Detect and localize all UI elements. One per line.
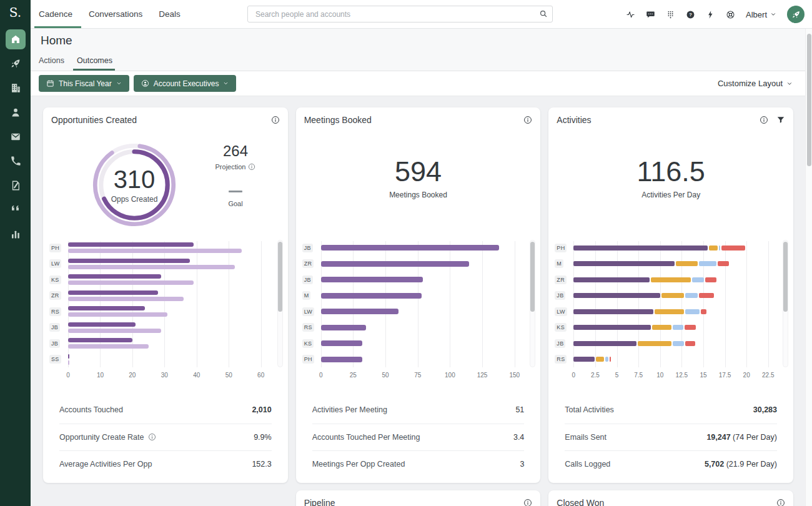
axis-tick-label: 60 bbox=[257, 372, 264, 379]
info-icon[interactable] bbox=[248, 163, 255, 171]
stat-row: Average Activities Per Opp152.3 bbox=[59, 450, 272, 478]
sidebar-item-email[interactable] bbox=[6, 127, 26, 147]
bar-segment bbox=[661, 293, 684, 298]
nav-item-deals[interactable]: Deals bbox=[159, 0, 181, 28]
bar-segment bbox=[573, 246, 708, 251]
axis-tick-label: 10 bbox=[97, 372, 104, 379]
chat-icon[interactable] bbox=[646, 10, 655, 19]
sidebar-item-conversations[interactable] bbox=[6, 200, 26, 220]
bar bbox=[68, 338, 132, 342]
chart-scrollbar[interactable] bbox=[783, 240, 788, 367]
search-input[interactable] bbox=[247, 6, 553, 22]
sidebar-item-accounts[interactable] bbox=[6, 78, 26, 98]
chart-row bbox=[321, 352, 525, 368]
category-label: RS bbox=[555, 355, 567, 364]
bar bbox=[68, 312, 167, 317]
lightning-icon[interactable] bbox=[706, 10, 715, 19]
chart-scrollbar-thumb[interactable] bbox=[278, 242, 282, 312]
sidebar-item-cadences[interactable] bbox=[6, 54, 26, 74]
pipeline-card: Pipeline bbox=[296, 490, 541, 506]
card-stats: Total Activities30,283Emails Sent19,247 … bbox=[565, 396, 777, 478]
chart-scrollbar-thumb[interactable] bbox=[530, 242, 535, 312]
page-title: Home bbox=[41, 34, 72, 47]
chart-scrollbar[interactable] bbox=[530, 240, 535, 367]
category-label: KS bbox=[302, 339, 314, 348]
chart-scrollbar-thumb[interactable] bbox=[783, 242, 788, 312]
bar-segment bbox=[596, 357, 605, 362]
tab-actions[interactable]: Actions bbox=[39, 56, 64, 71]
topbar: Cadence Conversations Deals ? Albert bbox=[31, 0, 812, 29]
projection-value: 264 bbox=[193, 142, 278, 160]
axis-tick-label: 75 bbox=[414, 372, 421, 379]
top-nav: Cadence Conversations Deals bbox=[31, 0, 181, 28]
customize-layout-button[interactable]: Customize Layout bbox=[718, 79, 793, 88]
avatar[interactable] bbox=[787, 6, 805, 23]
dialpad-icon[interactable] bbox=[666, 10, 675, 19]
team-filter-button[interactable]: Account Executives bbox=[134, 75, 237, 92]
info-icon[interactable] bbox=[148, 433, 156, 441]
filter-funnel-icon[interactable] bbox=[776, 116, 785, 124]
info-icon[interactable] bbox=[776, 499, 785, 506]
chart-row bbox=[68, 288, 272, 304]
bar-chart-icon bbox=[10, 229, 21, 240]
help-icon[interactable]: ? bbox=[686, 10, 695, 19]
sidebar-item-calls[interactable] bbox=[6, 151, 26, 171]
nav-item-conversations[interactable]: Conversations bbox=[89, 0, 142, 28]
category-label: JB bbox=[49, 323, 60, 332]
category-label: KS bbox=[49, 275, 61, 284]
chart-row bbox=[321, 320, 525, 336]
chart-scrollbar[interactable] bbox=[277, 240, 283, 367]
chart-row bbox=[573, 256, 778, 272]
chart-row bbox=[573, 240, 778, 256]
kpi-value: 116.5 bbox=[548, 157, 793, 186]
stat-value: 5,702 (21.9 Per Day) bbox=[705, 460, 777, 469]
info-icon[interactable] bbox=[760, 116, 768, 124]
stat-label: Accounts Touched Per Meeting bbox=[312, 433, 420, 442]
user-menu[interactable]: Albert bbox=[746, 10, 776, 19]
search-icon[interactable] bbox=[539, 9, 548, 18]
goal-label: Goal bbox=[193, 200, 278, 207]
opportunities-created-card: Opportunities Created 310 Opps Created bbox=[43, 107, 288, 483]
pulse-icon[interactable] bbox=[626, 10, 635, 19]
sidebar-item-analytics[interactable] bbox=[6, 224, 26, 244]
card-stats: Activities Per Meeting51Accounts Touched… bbox=[312, 396, 525, 478]
tab-outcomes[interactable]: Outcomes bbox=[77, 56, 112, 71]
info-icon[interactable] bbox=[523, 116, 532, 124]
projection-block: 264 Projection Goal bbox=[193, 142, 278, 207]
settings-wheel-icon[interactable] bbox=[726, 10, 735, 19]
stat-label: Accounts Touched bbox=[59, 405, 123, 414]
opps-created-label: Opps Created bbox=[111, 195, 158, 204]
mail-icon bbox=[10, 131, 21, 142]
info-icon[interactable] bbox=[271, 116, 280, 124]
bar-segment bbox=[573, 341, 636, 346]
category-label: M bbox=[302, 291, 311, 300]
axis-tick-label: 40 bbox=[193, 372, 200, 379]
stat-label: Total Activities bbox=[565, 405, 614, 414]
page-scrollbar[interactable] bbox=[805, 29, 812, 506]
bar bbox=[321, 357, 362, 362]
chart-row bbox=[321, 272, 525, 288]
page-scrollbar-thumb[interactable] bbox=[807, 34, 811, 166]
axis-tick-label: 10 bbox=[656, 372, 663, 379]
sidebar-item-people[interactable] bbox=[6, 102, 26, 122]
stat-value: 30,283 bbox=[753, 405, 777, 414]
bar-segment bbox=[655, 309, 684, 314]
date-filter-button[interactable]: This Fiscal Year bbox=[39, 75, 129, 92]
sidebar-item-home[interactable] bbox=[6, 29, 26, 49]
app-logo[interactable]: S. bbox=[0, 0, 31, 25]
sidebar-item-notes[interactable] bbox=[6, 176, 26, 196]
stat-row: Activities Per Meeting51 bbox=[312, 396, 525, 424]
chart-row bbox=[321, 240, 525, 256]
filter-bar: This Fiscal Year Account Executives Cust… bbox=[31, 71, 805, 96]
card-title: Closed Won bbox=[557, 498, 604, 506]
page-tabs: Actions Outcomes bbox=[39, 56, 112, 71]
stat-row: Opportunity Create Rate9.9% bbox=[59, 424, 272, 451]
nav-item-cadence[interactable]: Cadence bbox=[39, 0, 72, 28]
axis-tick-label: 30 bbox=[161, 372, 168, 379]
customize-layout-label: Customize Layout bbox=[718, 79, 783, 88]
axis-tick-label: 20 bbox=[129, 372, 136, 379]
info-icon[interactable] bbox=[523, 499, 532, 506]
bar-segment bbox=[709, 246, 718, 251]
card-title: Pipeline bbox=[304, 498, 335, 506]
chart-row bbox=[321, 256, 525, 272]
